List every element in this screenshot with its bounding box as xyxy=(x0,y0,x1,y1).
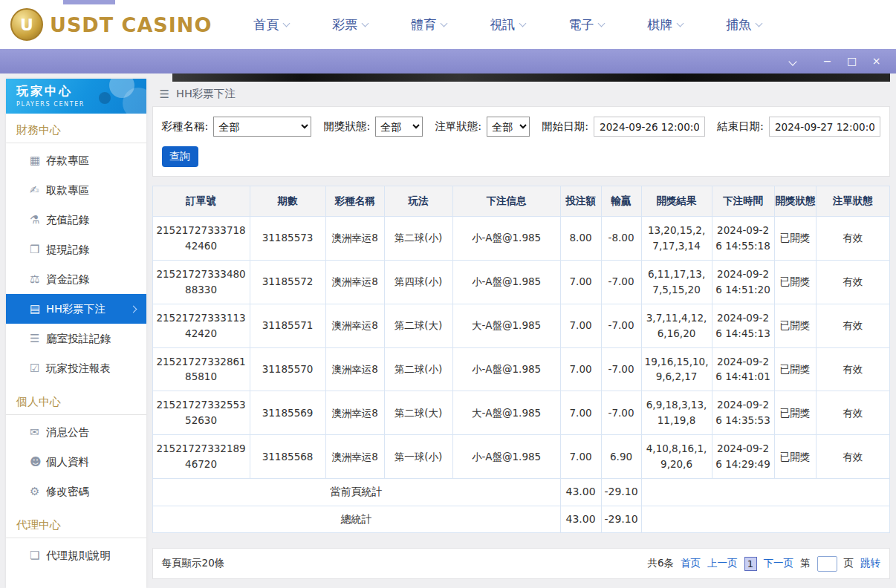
main-nav: 首頁 彩票 體育 視訊 電子 棋牌 捕魚 xyxy=(253,16,762,33)
sidebar-menu-item[interactable]: ⚗ 充值記錄 xyxy=(6,205,146,235)
chevron-right-icon xyxy=(129,305,137,313)
nav-menu-item[interactable]: 捕魚 xyxy=(726,16,762,33)
sidebar-menu-item[interactable]: ❒ 提現記錄 xyxy=(6,235,146,264)
summary-win-loss: -29.10 xyxy=(601,506,641,533)
window-tab-artifact xyxy=(63,0,115,4)
sidebar-header: 玩家中心 PLAYERS CENTER xyxy=(6,79,146,114)
nav-item-label: 體育 xyxy=(411,16,436,33)
cell-order-status: 有效 xyxy=(816,260,889,304)
cell-draw-result: 19,16,15,10,9,6,2,17 xyxy=(641,347,712,391)
decor-ball-icon xyxy=(99,92,111,104)
cell-order-id: 2152172733311342420 xyxy=(152,304,250,347)
cell-period: 31185572 xyxy=(250,260,325,304)
total-count: 共6条 xyxy=(647,557,674,570)
prev-page-link[interactable]: 上一页 xyxy=(707,557,738,570)
sidebar-menu-item[interactable]: ▦ 存款專區 xyxy=(6,146,146,175)
order-status-select[interactable]: 全部 xyxy=(487,117,530,137)
maximize-button[interactable]: □ xyxy=(840,49,864,74)
room-bet-record-icon: ☰ xyxy=(30,332,46,345)
menu-item-label: 資金記錄 xyxy=(46,272,89,287)
close-button[interactable]: × xyxy=(864,49,889,74)
start-date-input[interactable] xyxy=(594,117,705,137)
lottery-type-label: 彩種名稱: xyxy=(162,120,209,134)
sidebar-menu-item[interactable]: ❏ 代理規則說明 xyxy=(6,540,146,570)
chevron-down-icon xyxy=(441,19,448,27)
personal-menu: ✉ 消息公告 ☻ 個人資料 ⚙ 修改密碼 xyxy=(6,415,146,509)
menu-item-label: 取款專區 xyxy=(46,183,89,197)
nav-menu-item[interactable]: 首頁 xyxy=(253,16,289,33)
nav-menu-item[interactable]: 棋牌 xyxy=(647,16,683,33)
current-page-indicator[interactable]: 1 xyxy=(744,557,757,571)
nav-menu-item[interactable]: 視訊 xyxy=(490,16,525,33)
cell-order-status: 有效 xyxy=(816,217,889,261)
finance-menu: ▦ 存款專區 ✍ 取款專區 ⚗ 充值記錄 ❒ 提現記錄 ⚖ xyxy=(6,143,146,385)
cell-order-id: 2152172733218946720 xyxy=(152,435,250,479)
hamburger-icon[interactable] xyxy=(160,88,169,101)
chevron-down-icon xyxy=(788,57,796,65)
nav-menu-item[interactable]: 體育 xyxy=(411,16,447,33)
cell-bet-info: 大-A盤@1.985 xyxy=(452,391,560,435)
table-row: 2152172733311342420 31185571 澳洲幸运8 第二球(大… xyxy=(152,304,889,347)
cell-win-loss: -7.00 xyxy=(601,391,641,435)
sidebar-menu-item[interactable]: ☻ 個人資料 xyxy=(6,447,146,477)
search-button[interactable]: 查詢 xyxy=(162,146,198,167)
page-title: HH彩票下注 xyxy=(176,87,236,101)
filter-actions: 查詢 xyxy=(162,146,880,167)
lottery-type-select[interactable]: 全部 xyxy=(213,117,311,137)
sidebar-section-agent-title: 代理中心 xyxy=(6,509,146,538)
cell-win-loss: -8.00 xyxy=(601,217,641,261)
sidebar-menu-item[interactable]: ☰ 廳室投註記錄 xyxy=(6,324,146,353)
sidebar-menu-item[interactable]: ▤ HH彩票下注 xyxy=(6,294,146,324)
cell-bet-amount: 7.00 xyxy=(560,260,601,304)
cell-play-type: 第一球(小) xyxy=(384,435,452,479)
column-header: 投注額 xyxy=(560,186,601,217)
end-date-input[interactable] xyxy=(769,117,880,137)
draw-status-select[interactable]: 全部 xyxy=(375,117,423,137)
agent-menu: ❏ 代理規則說明 xyxy=(6,538,146,572)
sidebar-section-finance-title: 財務中心 xyxy=(6,114,146,143)
page-jump-input[interactable] xyxy=(817,556,837,572)
cell-bet-amount: 8.00 xyxy=(560,217,601,261)
sidebar-menu-item[interactable]: ☑ 玩家投注報表 xyxy=(6,353,146,383)
menu-item-label: 個人資料 xyxy=(46,455,89,469)
table-row: 2152172733286185810 31185570 澳洲幸运8 第二球(小… xyxy=(152,347,889,391)
table-row: 2152172733348088330 31185572 澳洲幸运8 第四球(小… xyxy=(152,260,889,304)
sidebar-menu-item[interactable]: ✍ 取款專區 xyxy=(6,175,146,205)
summary-win-loss: -29.10 xyxy=(601,479,641,506)
jump-go-link[interactable]: 跳转 xyxy=(860,557,880,570)
cell-draw-result: 3,7,11,4,12,6,16,20 xyxy=(641,304,712,347)
cell-draw-result: 6,11,17,13,7,5,15,20 xyxy=(641,260,712,304)
table-row: 2152172733218946720 31185568 澳洲幸运8 第一球(小… xyxy=(152,435,889,479)
cell-draw-status: 已開獎 xyxy=(774,347,816,391)
cell-bet-time: 2024-09-26 14:35:53 xyxy=(712,391,774,435)
sidebar-menu-item[interactable]: ✉ 消息公告 xyxy=(6,417,146,447)
nav-menu-item[interactable]: 電子 xyxy=(568,16,604,33)
chevron-down-icon xyxy=(283,19,290,27)
cell-bet-amount: 7.00 xyxy=(560,347,601,391)
next-page-link[interactable]: 下一页 xyxy=(764,557,794,570)
first-page-link[interactable]: 首页 xyxy=(681,557,701,570)
brand-logo[interactable]: U USDT CASINO xyxy=(10,8,212,41)
cell-draw-status: 已開獎 xyxy=(774,304,816,347)
chevron-down-icon xyxy=(362,19,369,27)
menu-item-label: 存款專區 xyxy=(46,154,89,168)
cell-period: 31185571 xyxy=(250,304,325,347)
column-header: 訂單號 xyxy=(152,186,250,217)
cell-play-type: 第二球(小) xyxy=(384,217,452,261)
column-header: 下注時間 xyxy=(712,186,774,217)
minimize-button[interactable]: − xyxy=(815,49,840,74)
sidebar-menu-item[interactable]: ⚙ 修改密碼 xyxy=(6,477,146,506)
titlebar-dropdown-button[interactable] xyxy=(780,49,805,74)
chevron-down-icon xyxy=(598,19,606,27)
cell-bet-info: 小-A盤@1.985 xyxy=(452,260,560,304)
cell-bet-time: 2024-09-26 14:55:18 xyxy=(712,217,774,261)
menu-item-label: 玩家投注報表 xyxy=(46,362,111,376)
profile-icon: ☻ xyxy=(30,455,46,468)
cell-bet-info: 大-A盤@1.985 xyxy=(452,304,560,347)
nav-menu-item[interactable]: 彩票 xyxy=(332,16,368,33)
cell-draw-result: 6,9,18,3,13,11,19,8 xyxy=(641,391,712,435)
cell-bet-time: 2024-09-26 14:51:20 xyxy=(712,260,774,304)
sidebar-menu-item[interactable]: ⚖ 資金記錄 xyxy=(6,264,146,294)
nav-item-label: 捕魚 xyxy=(726,16,751,33)
draw-status-label: 開獎狀態: xyxy=(323,120,370,134)
